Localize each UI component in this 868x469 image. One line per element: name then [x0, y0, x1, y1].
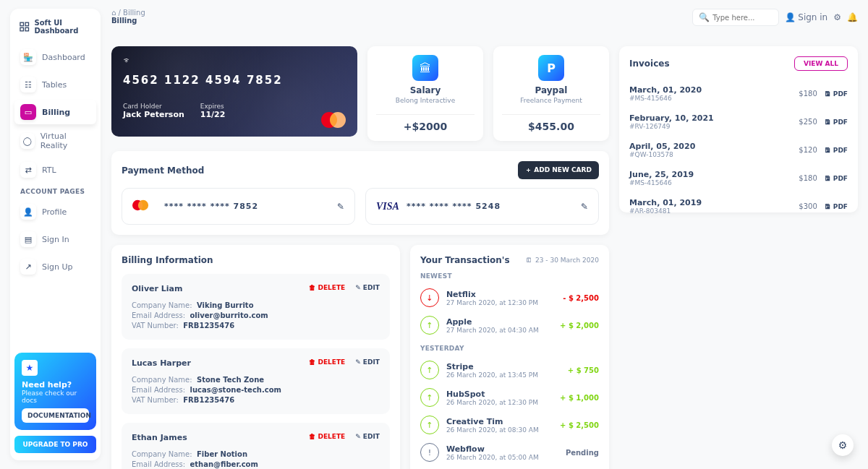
delete-button[interactable]: 🗑 DELETE — [309, 433, 345, 440]
trash-icon: 🗑 — [309, 433, 315, 440]
card-number: 4562 1122 4594 7852 — [123, 74, 346, 87]
delete-button[interactable]: 🗑 DELETE — [309, 358, 345, 366]
transaction-row: ↑ Apple 27 March 2020, at 04:30 AM + $ 2… — [420, 311, 599, 339]
paypal-sub: Freelance Payment — [520, 97, 582, 104]
transaction-row: ↑ Stripe 26 March 2020, at 13:45 PM + $ … — [420, 356, 599, 384]
mastercard-icon — [321, 112, 346, 128]
edit-card-icon[interactable]: ✎ — [337, 202, 344, 212]
billing-company: Company Name: Fiber Notion — [132, 450, 380, 458]
pdf-icon: 🖺 — [825, 175, 831, 182]
transaction-when: 26 March 2020, at 08:30 AM — [446, 426, 553, 434]
edit-button[interactable]: ✎ EDIT — [355, 358, 380, 366]
pencil-icon: ✎ — [355, 358, 361, 366]
transaction-name: Stripe — [446, 362, 561, 371]
settings-icon[interactable]: ⚙ — [833, 12, 841, 22]
salary-amount: +$2000 — [376, 114, 475, 132]
user-icon: 👤 — [20, 204, 36, 220]
billing-name: Lucas Harper — [132, 358, 191, 368]
nav-main: 🏪 Dashboard ☷ Tables ▭ Billing ◯ Virtual… — [14, 45, 96, 182]
salary-sub: Belong Interactive — [396, 97, 455, 104]
invoice-id: #QW-103578 — [629, 151, 695, 158]
document-icon: ▤ — [20, 231, 36, 247]
nav-label: Billing — [42, 108, 70, 117]
exclamation-icon: ! — [420, 443, 439, 462]
search-input[interactable] — [712, 14, 773, 22]
rocket-icon: ↗ — [20, 259, 36, 275]
transaction-name: HubSpot — [446, 390, 553, 399]
transaction-amount: Pending — [566, 449, 599, 457]
invoice-pdf-link[interactable]: 🖺 PDF — [825, 119, 848, 126]
sidebar-item-dashboard[interactable]: 🏪 Dashboard — [14, 45, 96, 69]
sidebar-item-signup[interactable]: ↗ Sign Up — [14, 254, 96, 279]
invoice-pdf-link[interactable]: 🖺 PDF — [825, 203, 848, 210]
billing-company: Company Name: Viking Burrito — [132, 301, 380, 309]
help-title: Need help? — [22, 380, 89, 390]
brand[interactable]: Soft UI Dashboard — [14, 16, 96, 42]
transaction-name: Creative Tim — [446, 417, 553, 426]
transaction-when: 26 March 2020, at 13:45 PM — [446, 371, 561, 379]
bell-icon[interactable]: 🔔 — [847, 12, 858, 22]
card-holder: Jack Peterson — [123, 110, 184, 119]
pdf-icon: 🖺 — [825, 90, 831, 98]
billing-info-item: Lucas Harper 🗑 DELETE ✎ EDIT Company Nam… — [122, 348, 390, 414]
sidebar-item-profile[interactable]: 👤 Profile — [14, 199, 96, 224]
sidebar-item-vr[interactable]: ◯ Virtual Reality — [14, 127, 96, 155]
transaction-amount: - $ 2,500 — [563, 294, 599, 302]
sidebar-item-signin[interactable]: ▤ Sign In — [14, 227, 96, 251]
star-icon: ★ — [22, 360, 38, 376]
add-new-card-button[interactable]: ＋ ADD NEW CARD — [518, 161, 599, 179]
billing-name: Ethan James — [132, 433, 187, 442]
trash-icon: 🗑 — [309, 358, 315, 366]
edit-button[interactable]: ✎ EDIT — [355, 433, 380, 440]
edit-button[interactable]: ✎ EDIT — [355, 284, 380, 291]
settings-fab[interactable]: ⚙ — [832, 434, 854, 456]
calendar-icon: 🗓 — [526, 257, 532, 264]
invoice-pdf-link[interactable]: 🖺 PDF — [825, 175, 848, 182]
pdf-icon: 🖺 — [825, 147, 831, 154]
invoice-amount: $180 — [799, 90, 817, 98]
topbar: ⌂ / Billing Billing 🔍 👤 Sign in ⚙ 🔔 — [111, 9, 858, 38]
sidebar: Soft UI Dashboard 🏪 Dashboard ☷ Tables ▭… — [10, 9, 101, 460]
edit-card-icon[interactable]: ✎ — [581, 202, 588, 212]
invoice-amount: $120 — [799, 146, 817, 154]
card-holder-label: Card Holder — [123, 103, 184, 110]
breadcrumb: ⌂ / Billing Billing — [111, 9, 145, 25]
home-icon[interactable]: ⌂ — [111, 9, 116, 17]
nav-label: Profile — [42, 207, 67, 217]
bank-icon: 🏛 — [412, 55, 438, 81]
delete-button[interactable]: 🗑 DELETE — [309, 284, 345, 291]
invoice-id: #MS-415646 — [629, 179, 694, 186]
sidebar-item-billing[interactable]: ▭ Billing — [14, 100, 96, 124]
documentation-button[interactable]: DOCUMENTATION — [22, 408, 89, 423]
billing-email: Email Address: oliver@burrito.com — [132, 311, 380, 319]
search-box[interactable]: 🔍 — [692, 9, 779, 26]
help-sub: Please check our docs — [22, 390, 89, 404]
rtl-icon: ⇄ — [20, 162, 36, 178]
invoice-row: June, 25, 2019 #MS-415646 $180 🖺 PDF — [629, 164, 848, 192]
paypal-icon: P — [538, 55, 564, 81]
arrow-up-icon: ↑ — [420, 388, 439, 407]
pdf-icon: 🖺 — [825, 203, 831, 210]
signin-link[interactable]: 👤 Sign in — [785, 12, 827, 22]
invoice-pdf-link[interactable]: 🖺 PDF — [825, 147, 848, 154]
salary-title: Salary — [410, 85, 441, 95]
nav-label: Sign In — [42, 235, 69, 244]
invoice-row: April, 05, 2020 #QW-103578 $120 🖺 PDF — [629, 136, 848, 164]
invoice-pdf-link[interactable]: 🖺 PDF — [825, 90, 848, 98]
card-masked: **** **** **** 7852 — [164, 202, 258, 211]
paypal-card: P Paypal Freelance Payment $455.00 — [493, 46, 609, 141]
wifi-icon: ᯤ — [123, 55, 132, 66]
pencil-icon: ✎ — [355, 284, 361, 291]
arrow-up-icon: ↑ — [420, 316, 439, 335]
transaction-name: Webflow — [446, 444, 558, 454]
view-all-button[interactable]: VIEW ALL — [794, 56, 848, 71]
paypal-amount: $455.00 — [502, 114, 600, 132]
payment-method-panel: Payment Method ＋ ADD NEW CARD **** **** … — [111, 151, 609, 235]
sidebar-item-tables[interactable]: ☷ Tables — [14, 72, 96, 97]
transaction-when: 27 March 2020, at 12:30 PM — [446, 299, 556, 306]
sidebar-item-rtl[interactable]: ⇄ RTL — [14, 158, 96, 182]
visa-icon: VISA — [376, 201, 399, 212]
billing-info-item: Ethan James 🗑 DELETE ✎ EDIT Company Name… — [122, 423, 390, 469]
upgrade-button[interactable]: UPGRADE TO PRO — [14, 436, 96, 453]
nav-label: Virtual Reality — [41, 132, 90, 150]
